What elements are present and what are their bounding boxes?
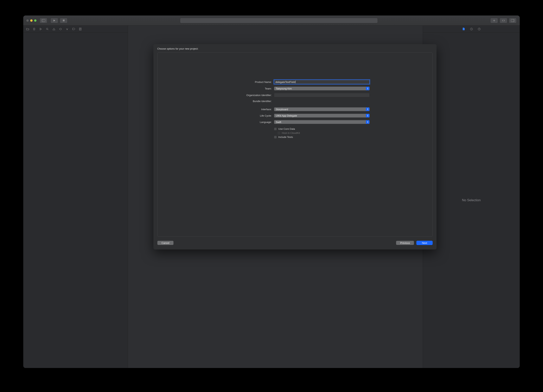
language-value: Swift	[276, 121, 281, 124]
inspector-panel: ? No Selection	[423, 26, 520, 368]
host-cloudkit-checkbox	[277, 132, 280, 134]
find-navigator-tab[interactable]	[46, 28, 49, 31]
scheme-bar[interactable]	[180, 18, 378, 23]
svg-text:?: ?	[479, 28, 480, 30]
next-button[interactable]: Next	[416, 241, 433, 245]
project-options-form: Product Name: delegateTextField Team: Ta…	[220, 80, 370, 140]
interface-select[interactable]: Storyboard ▲▼	[274, 107, 370, 111]
sheet-body: Product Name: delegateTextField Team: Ta…	[157, 52, 433, 237]
issue-navigator-tab[interactable]	[52, 28, 56, 31]
sidebar-icon	[42, 19, 45, 22]
breakpoint-navigator-tab[interactable]	[72, 28, 75, 31]
organization-identifier-label: Organization Identifier:	[220, 94, 272, 97]
lifecycle-label: Life Cycle:	[220, 114, 272, 117]
project-navigator-tab[interactable]	[26, 28, 29, 31]
new-project-options-sheet: Choose options for your new project: Pro…	[153, 44, 436, 249]
debug-icon	[66, 28, 68, 30]
team-select[interactable]: Taeyoung Kim ▲▼	[274, 87, 370, 90]
test-navigator-tab[interactable]	[59, 28, 62, 31]
plus-icon	[493, 19, 496, 22]
svg-point-12	[40, 28, 40, 28]
test-icon	[59, 28, 62, 30]
stop-button[interactable]	[60, 18, 68, 23]
traffic-lights	[26, 19, 36, 22]
code-review-icon	[502, 19, 505, 22]
search-icon	[46, 28, 49, 30]
sheet-title: Choose options for your new project:	[153, 44, 436, 52]
code-review-button[interactable]	[500, 18, 507, 23]
svg-point-14	[41, 29, 42, 29]
source-control-navigator-tab[interactable]	[33, 28, 36, 31]
svg-rect-2	[63, 20, 65, 21]
svg-point-19	[67, 29, 67, 29]
use-core-data-checkbox[interactable]	[274, 128, 277, 130]
host-cloudkit-label: Host in CloudKit	[282, 132, 300, 134]
select-arrows-icon: ▲▼	[366, 87, 369, 90]
sheet-footer: Cancel Previous Next	[153, 239, 436, 249]
svg-point-17	[46, 28, 48, 30]
language-label: Language:	[220, 121, 272, 124]
breakpoint-icon	[72, 28, 75, 30]
symbol-icon	[39, 28, 42, 30]
file-icon	[463, 28, 465, 30]
team-value: Taeyoung Kim	[276, 87, 292, 90]
play-icon	[53, 19, 56, 22]
file-inspector-tab[interactable]	[462, 28, 465, 31]
include-tests-label: Include Tests	[278, 136, 293, 138]
warning-icon	[53, 28, 55, 30]
svg-line-18	[48, 29, 48, 30]
folder-icon	[26, 28, 29, 30]
symbol-navigator-tab[interactable]	[39, 28, 42, 31]
include-tests-checkbox[interactable]	[274, 136, 277, 138]
organization-identifier-input[interactable]	[274, 93, 370, 97]
select-arrows-icon: ▲▼	[366, 120, 369, 124]
product-name-label: Product Name:	[220, 81, 272, 83]
debug-navigator-tab[interactable]	[66, 28, 69, 31]
history-inspector-tab[interactable]	[470, 28, 473, 31]
svg-rect-0	[42, 19, 45, 22]
navigator-tabs	[23, 26, 128, 33]
svg-line-26	[471, 29, 472, 29]
source-control-icon	[33, 28, 35, 30]
help-icon: ?	[478, 28, 481, 30]
bundle-identifier-label: Bundle Identifier:	[220, 100, 272, 103]
svg-rect-5	[511, 19, 515, 22]
interface-value: Storyboard	[276, 108, 288, 111]
product-name-value: delegateTextField	[275, 81, 295, 83]
interface-label: Interface:	[220, 108, 272, 111]
lifecycle-value: UIKit App Delegate	[276, 114, 297, 117]
team-label: Team:	[220, 87, 272, 90]
stop-icon	[63, 19, 65, 22]
language-select[interactable]: Swift ▲▼	[274, 120, 370, 124]
report-navigator-tab[interactable]	[79, 28, 82, 31]
inspector-toggle-button[interactable]	[509, 18, 517, 23]
select-arrows-icon: ▲▼	[366, 114, 369, 117]
svg-rect-7	[34, 28, 35, 30]
xcode-window: ? No Selection Choose options for your n…	[23, 16, 520, 368]
cancel-button[interactable]: Cancel	[157, 241, 174, 245]
library-button[interactable]	[490, 18, 498, 23]
run-button[interactable]	[51, 18, 58, 23]
svg-point-13	[40, 29, 40, 30]
help-inspector-tab[interactable]: ?	[478, 28, 481, 31]
navigator-panel	[23, 26, 128, 368]
select-arrows-icon: ▲▼	[366, 107, 369, 111]
previous-button[interactable]: Previous	[396, 241, 414, 245]
titlebar	[23, 16, 520, 26]
close-button[interactable]	[26, 19, 29, 22]
minimize-button[interactable]	[30, 19, 33, 22]
report-icon	[79, 28, 81, 30]
use-core-data-label: Use Core Data	[278, 127, 295, 130]
no-selection-label: No Selection	[423, 33, 520, 368]
zoom-button[interactable]	[34, 19, 36, 22]
lifecycle-select[interactable]: UIKit App Delegate ▲▼	[274, 114, 370, 118]
inspector-icon	[511, 19, 515, 22]
history-icon	[470, 28, 473, 30]
product-name-input[interactable]: delegateTextField	[274, 80, 370, 84]
inspector-tabs: ?	[423, 26, 520, 33]
sidebar-toggle-button[interactable]	[40, 18, 47, 23]
